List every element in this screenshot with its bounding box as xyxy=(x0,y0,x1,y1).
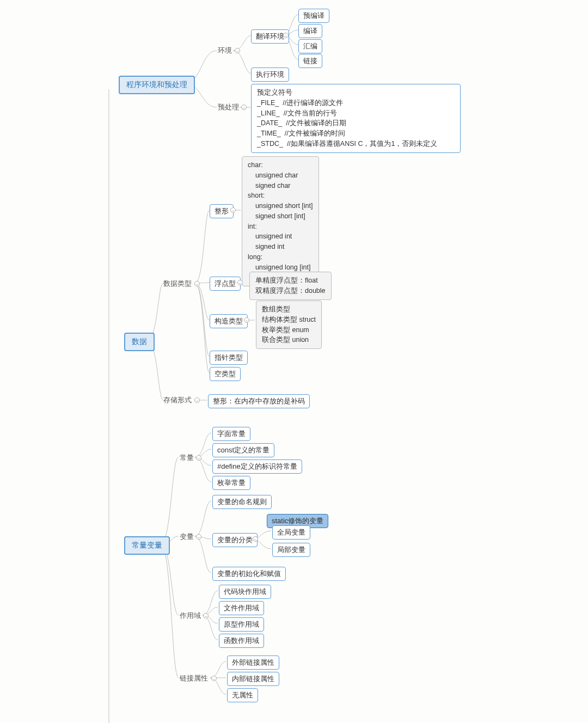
node-enum-const[interactable]: 枚举常量 xyxy=(212,476,250,490)
node-assembly[interactable]: 汇编 xyxy=(298,39,322,53)
toggle-icon[interactable]: – xyxy=(196,534,201,540)
toggle-icon[interactable]: – xyxy=(194,281,200,286)
node-local-var[interactable]: 局部变量 xyxy=(272,543,310,557)
toggle-icon[interactable]: – xyxy=(241,105,247,110)
node-no-attr[interactable]: 无属性 xyxy=(227,688,258,702)
node-literal-const[interactable]: 字面常量 xyxy=(212,427,250,441)
node-var-init[interactable]: 变量的初始化和赋值 xyxy=(212,567,286,581)
node-var-naming[interactable]: 变量的命名规则 xyxy=(212,495,272,509)
toggle-icon[interactable]: – xyxy=(211,676,217,681)
node-const-def[interactable]: const定义的常量 xyxy=(212,443,274,457)
toggle-icon[interactable]: – xyxy=(230,207,236,213)
toggle-icon[interactable]: – xyxy=(196,455,201,461)
node-compile[interactable]: 编译 xyxy=(298,24,322,38)
node-float-types: 单精度浮点型：float 双精度浮点型：double xyxy=(249,272,332,300)
node-constructed[interactable]: 构造类型 xyxy=(210,314,248,328)
label-environment: 环境 xyxy=(218,46,232,56)
node-integer[interactable]: 整形 xyxy=(210,204,234,218)
node-integer-types: char: unsigned char signed char short: u… xyxy=(242,156,319,286)
toggle-icon[interactable]: – xyxy=(244,317,249,323)
toggle-icon[interactable]: – xyxy=(283,33,289,38)
node-internal-link[interactable]: 内部链接属性 xyxy=(227,672,279,686)
label-linkage: 链接属性 xyxy=(180,673,208,683)
toggle-icon[interactable]: – xyxy=(194,397,200,403)
label-preprocessing: 预处理 xyxy=(218,102,239,112)
node-integer-memory[interactable]: 整形：在内存中存放的是补码 xyxy=(208,394,310,408)
node-link[interactable]: 链接 xyxy=(298,54,322,68)
node-define-def[interactable]: #define定义的标识符常量 xyxy=(212,459,302,474)
toggle-icon[interactable]: – xyxy=(253,536,258,542)
label-constant: 常量 xyxy=(180,453,194,463)
node-file-scope[interactable]: 文件作用域 xyxy=(219,601,264,615)
root-program-env[interactable]: 程序环境和预处理 xyxy=(119,76,195,94)
toggle-icon[interactable]: – xyxy=(237,280,243,285)
node-proto-scope[interactable]: 原型作用域 xyxy=(219,617,264,632)
toggle-icon[interactable]: – xyxy=(235,48,240,53)
node-var-classify[interactable]: 变量的分类 xyxy=(212,533,258,547)
node-external-link[interactable]: 外部链接属性 xyxy=(227,655,279,670)
node-float[interactable]: 浮点型 xyxy=(210,277,241,291)
label-scope: 作用域 xyxy=(180,611,201,621)
node-predefined-symbols[interactable]: 预定义符号 _FILE_ //进行编译的源文件 _LINE_ //文件当前的行号… xyxy=(251,84,461,153)
node-constructed-types: 数组类型 结构体类型 struct 枚举类型 enum 联合类型 union xyxy=(256,301,322,349)
node-func-scope[interactable]: 函数作用域 xyxy=(219,634,264,648)
root-data[interactable]: 数据 xyxy=(124,333,155,351)
root-const-var[interactable]: 常量变量 xyxy=(124,536,170,555)
node-pointer[interactable]: 指针类型 xyxy=(210,351,248,365)
label-variable: 变量 xyxy=(180,532,194,542)
label-datatype: 数据类型 xyxy=(163,279,192,289)
node-exec-env[interactable]: 执行环境 xyxy=(251,68,289,82)
node-global-var[interactable]: 全局变量 xyxy=(272,525,310,540)
node-block-scope[interactable]: 代码块作用域 xyxy=(219,585,271,599)
label-storage: 存储形式 xyxy=(163,395,192,405)
node-void[interactable]: 空类型 xyxy=(210,367,241,381)
toggle-icon[interactable]: – xyxy=(203,613,209,618)
node-precompile[interactable]: 预编译 xyxy=(298,9,329,23)
